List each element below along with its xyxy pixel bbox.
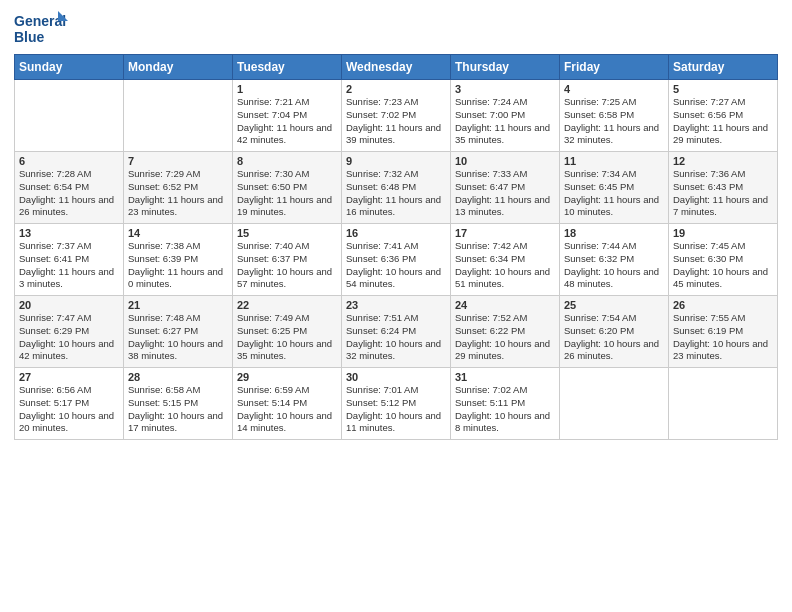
calendar-cell: 3Sunrise: 7:24 AMSunset: 7:00 PMDaylight… (451, 80, 560, 152)
calendar-cell: 14Sunrise: 7:38 AMSunset: 6:39 PMDayligh… (124, 224, 233, 296)
day-info: Sunrise: 7:33 AMSunset: 6:47 PMDaylight:… (455, 168, 555, 219)
calendar-cell: 7Sunrise: 7:29 AMSunset: 6:52 PMDaylight… (124, 152, 233, 224)
day-info: Sunrise: 7:49 AMSunset: 6:25 PMDaylight:… (237, 312, 337, 363)
calendar-week-row: 1Sunrise: 7:21 AMSunset: 7:04 PMDaylight… (15, 80, 778, 152)
day-number: 28 (128, 371, 228, 383)
day-info: Sunrise: 7:51 AMSunset: 6:24 PMDaylight:… (346, 312, 446, 363)
day-number: 22 (237, 299, 337, 311)
calendar-cell: 27Sunrise: 6:56 AMSunset: 5:17 PMDayligh… (15, 368, 124, 440)
day-number: 11 (564, 155, 664, 167)
calendar-cell: 11Sunrise: 7:34 AMSunset: 6:45 PMDayligh… (560, 152, 669, 224)
calendar-cell: 13Sunrise: 7:37 AMSunset: 6:41 PMDayligh… (15, 224, 124, 296)
calendar-cell: 24Sunrise: 7:52 AMSunset: 6:22 PMDayligh… (451, 296, 560, 368)
day-info: Sunrise: 7:32 AMSunset: 6:48 PMDaylight:… (346, 168, 446, 219)
calendar-cell: 10Sunrise: 7:33 AMSunset: 6:47 PMDayligh… (451, 152, 560, 224)
calendar-cell: 5Sunrise: 7:27 AMSunset: 6:56 PMDaylight… (669, 80, 778, 152)
calendar-cell: 30Sunrise: 7:01 AMSunset: 5:12 PMDayligh… (342, 368, 451, 440)
calendar-cell: 17Sunrise: 7:42 AMSunset: 6:34 PMDayligh… (451, 224, 560, 296)
calendar-cell: 21Sunrise: 7:48 AMSunset: 6:27 PMDayligh… (124, 296, 233, 368)
day-header-sunday: Sunday (15, 55, 124, 80)
day-info: Sunrise: 7:52 AMSunset: 6:22 PMDaylight:… (455, 312, 555, 363)
calendar-cell: 8Sunrise: 7:30 AMSunset: 6:50 PMDaylight… (233, 152, 342, 224)
day-number: 27 (19, 371, 119, 383)
day-header-monday: Monday (124, 55, 233, 80)
day-number: 16 (346, 227, 446, 239)
day-number: 3 (455, 83, 555, 95)
day-info: Sunrise: 7:44 AMSunset: 6:32 PMDaylight:… (564, 240, 664, 291)
calendar-cell: 25Sunrise: 7:54 AMSunset: 6:20 PMDayligh… (560, 296, 669, 368)
calendar-cell: 28Sunrise: 6:58 AMSunset: 5:15 PMDayligh… (124, 368, 233, 440)
day-header-wednesday: Wednesday (342, 55, 451, 80)
calendar-cell: 15Sunrise: 7:40 AMSunset: 6:37 PMDayligh… (233, 224, 342, 296)
calendar-cell: 22Sunrise: 7:49 AMSunset: 6:25 PMDayligh… (233, 296, 342, 368)
day-number: 8 (237, 155, 337, 167)
calendar-cell: 12Sunrise: 7:36 AMSunset: 6:43 PMDayligh… (669, 152, 778, 224)
calendar-week-row: 13Sunrise: 7:37 AMSunset: 6:41 PMDayligh… (15, 224, 778, 296)
day-info: Sunrise: 7:42 AMSunset: 6:34 PMDaylight:… (455, 240, 555, 291)
day-number: 30 (346, 371, 446, 383)
day-number: 10 (455, 155, 555, 167)
calendar-week-row: 6Sunrise: 7:28 AMSunset: 6:54 PMDaylight… (15, 152, 778, 224)
day-info: Sunrise: 7:40 AMSunset: 6:37 PMDaylight:… (237, 240, 337, 291)
day-info: Sunrise: 7:45 AMSunset: 6:30 PMDaylight:… (673, 240, 773, 291)
svg-text:Blue: Blue (14, 29, 45, 45)
day-info: Sunrise: 7:30 AMSunset: 6:50 PMDaylight:… (237, 168, 337, 219)
calendar-cell: 1Sunrise: 7:21 AMSunset: 7:04 PMDaylight… (233, 80, 342, 152)
calendar-cell: 26Sunrise: 7:55 AMSunset: 6:19 PMDayligh… (669, 296, 778, 368)
day-info: Sunrise: 7:29 AMSunset: 6:52 PMDaylight:… (128, 168, 228, 219)
calendar-cell: 2Sunrise: 7:23 AMSunset: 7:02 PMDaylight… (342, 80, 451, 152)
day-number: 29 (237, 371, 337, 383)
day-number: 23 (346, 299, 446, 311)
calendar-table: SundayMondayTuesdayWednesdayThursdayFrid… (14, 54, 778, 440)
day-number: 19 (673, 227, 773, 239)
day-number: 31 (455, 371, 555, 383)
day-number: 7 (128, 155, 228, 167)
day-info: Sunrise: 7:27 AMSunset: 6:56 PMDaylight:… (673, 96, 773, 147)
calendar-header-row: SundayMondayTuesdayWednesdayThursdayFrid… (15, 55, 778, 80)
calendar-cell (15, 80, 124, 152)
day-info: Sunrise: 7:24 AMSunset: 7:00 PMDaylight:… (455, 96, 555, 147)
day-number: 25 (564, 299, 664, 311)
calendar-week-row: 20Sunrise: 7:47 AMSunset: 6:29 PMDayligh… (15, 296, 778, 368)
day-number: 17 (455, 227, 555, 239)
day-number: 13 (19, 227, 119, 239)
calendar-cell: 23Sunrise: 7:51 AMSunset: 6:24 PMDayligh… (342, 296, 451, 368)
day-info: Sunrise: 7:34 AMSunset: 6:45 PMDaylight:… (564, 168, 664, 219)
day-info: Sunrise: 7:41 AMSunset: 6:36 PMDaylight:… (346, 240, 446, 291)
calendar-cell: 18Sunrise: 7:44 AMSunset: 6:32 PMDayligh… (560, 224, 669, 296)
calendar-cell: 29Sunrise: 6:59 AMSunset: 5:14 PMDayligh… (233, 368, 342, 440)
day-info: Sunrise: 7:25 AMSunset: 6:58 PMDaylight:… (564, 96, 664, 147)
page: General Blue SundayMondayTuesdayWednesda… (0, 0, 792, 612)
calendar-cell: 16Sunrise: 7:41 AMSunset: 6:36 PMDayligh… (342, 224, 451, 296)
day-number: 1 (237, 83, 337, 95)
day-number: 24 (455, 299, 555, 311)
day-header-tuesday: Tuesday (233, 55, 342, 80)
day-number: 6 (19, 155, 119, 167)
calendar-cell (124, 80, 233, 152)
day-info: Sunrise: 7:02 AMSunset: 5:11 PMDaylight:… (455, 384, 555, 435)
day-info: Sunrise: 7:55 AMSunset: 6:19 PMDaylight:… (673, 312, 773, 363)
day-header-thursday: Thursday (451, 55, 560, 80)
logo-svg: General Blue (14, 10, 69, 48)
day-number: 2 (346, 83, 446, 95)
calendar-cell: 19Sunrise: 7:45 AMSunset: 6:30 PMDayligh… (669, 224, 778, 296)
calendar-week-row: 27Sunrise: 6:56 AMSunset: 5:17 PMDayligh… (15, 368, 778, 440)
day-info: Sunrise: 7:28 AMSunset: 6:54 PMDaylight:… (19, 168, 119, 219)
day-number: 26 (673, 299, 773, 311)
day-number: 5 (673, 83, 773, 95)
day-info: Sunrise: 6:59 AMSunset: 5:14 PMDaylight:… (237, 384, 337, 435)
day-info: Sunrise: 7:38 AMSunset: 6:39 PMDaylight:… (128, 240, 228, 291)
day-number: 20 (19, 299, 119, 311)
day-number: 18 (564, 227, 664, 239)
calendar-cell: 20Sunrise: 7:47 AMSunset: 6:29 PMDayligh… (15, 296, 124, 368)
logo: General Blue (14, 10, 69, 48)
day-info: Sunrise: 6:58 AMSunset: 5:15 PMDaylight:… (128, 384, 228, 435)
day-number: 12 (673, 155, 773, 167)
calendar-cell: 6Sunrise: 7:28 AMSunset: 6:54 PMDaylight… (15, 152, 124, 224)
day-info: Sunrise: 7:36 AMSunset: 6:43 PMDaylight:… (673, 168, 773, 219)
calendar-cell (669, 368, 778, 440)
day-info: Sunrise: 7:23 AMSunset: 7:02 PMDaylight:… (346, 96, 446, 147)
day-number: 15 (237, 227, 337, 239)
day-number: 21 (128, 299, 228, 311)
day-info: Sunrise: 7:47 AMSunset: 6:29 PMDaylight:… (19, 312, 119, 363)
